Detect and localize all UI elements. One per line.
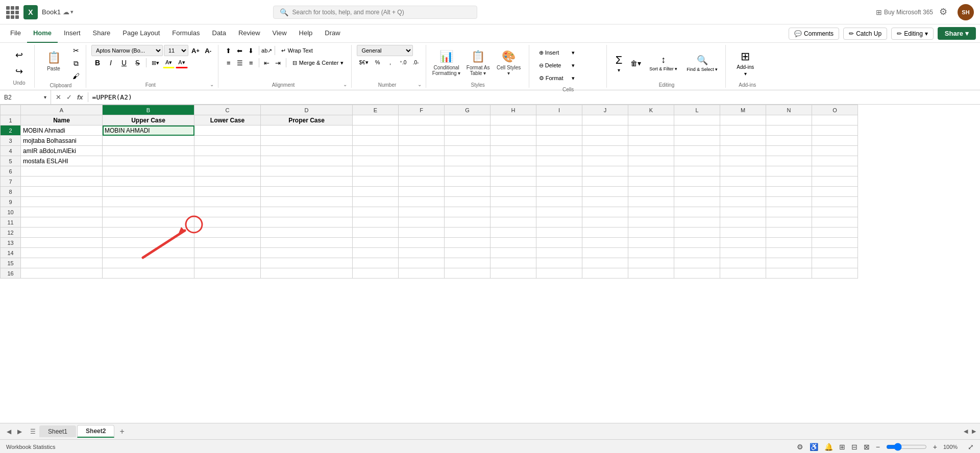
indent-inc-button[interactable]: ⇥ [273, 58, 283, 68]
indent-dec-button[interactable]: ⇤ [262, 58, 272, 68]
cell-D5[interactable] [261, 156, 353, 166]
cell-H1[interactable] [491, 115, 536, 125]
zoom-slider[interactable] [886, 443, 927, 451]
row-header-14[interactable]: 14 [1, 248, 21, 258]
tab-share[interactable]: Share [87, 24, 117, 43]
row-header-12[interactable]: 12 [1, 228, 21, 238]
decrease-font-button[interactable]: A- [203, 45, 214, 56]
bottom-align-button[interactable]: ⬇ [246, 45, 256, 56]
delete-button[interactable]: ⊖ Delete▾ [536, 60, 577, 71]
cell-L4[interactable] [674, 146, 720, 156]
notification-icon[interactable]: 🔔 [824, 443, 833, 451]
waffle-menu[interactable] [6, 6, 18, 18]
cell-G5[interactable] [445, 156, 491, 166]
add-sheet-button[interactable]: + [115, 425, 128, 438]
cell-M4[interactable] [720, 146, 766, 156]
col-header-J[interactable]: J [582, 105, 628, 115]
undo-button[interactable]: ↩ [12, 48, 27, 62]
page-layout-view-icon[interactable]: ⊟ [851, 443, 857, 451]
insert-button[interactable]: ⊕ Insert▾ [536, 47, 577, 58]
normal-view-icon[interactable]: ⊞ [839, 443, 845, 451]
row-header-3[interactable]: 3 [1, 136, 21, 146]
tab-file[interactable]: File [4, 24, 27, 43]
cell-E5[interactable] [353, 156, 399, 166]
col-header-L[interactable]: L [674, 105, 720, 115]
cell-A1[interactable]: Name [21, 115, 103, 125]
cell-J2[interactable] [582, 125, 628, 136]
cell-K5[interactable] [628, 156, 674, 166]
cell-G2[interactable] [445, 125, 491, 136]
title-dropdown-icon[interactable]: ▾ [70, 9, 74, 15]
cell-L3[interactable] [674, 136, 720, 146]
cell-H5[interactable] [491, 156, 536, 166]
find-select-button[interactable]: 🔍 Find & Select ▾ [683, 52, 721, 74]
tab-insert[interactable]: Insert [58, 24, 87, 43]
cell-L5[interactable] [674, 156, 720, 166]
cell-H2[interactable] [491, 125, 536, 136]
alignment-expand-icon[interactable]: ⌄ [343, 82, 347, 87]
conditional-formatting-button[interactable]: 📊 Conditional Formatting ▾ [431, 47, 462, 80]
right-align-button[interactable]: ≡ [246, 58, 256, 68]
row-header-9[interactable]: 9 [1, 197, 21, 207]
col-header-C[interactable]: C [194, 105, 261, 115]
tab-page-layout[interactable]: Page Layout [116, 24, 166, 43]
cell-J4[interactable] [582, 146, 628, 156]
number-expand-icon[interactable]: ⌄ [418, 82, 422, 87]
formula-input[interactable] [88, 93, 980, 101]
addins-button[interactable]: ⊞ Add-ins ▾ [731, 47, 760, 79]
border-button[interactable]: ⊞▾ [149, 57, 162, 68]
formula-cancel-icon[interactable]: ✕ [54, 92, 63, 102]
formula-fx-icon[interactable]: fx [76, 92, 85, 102]
cell-E2[interactable] [353, 125, 399, 136]
col-header-A[interactable]: A [21, 105, 103, 115]
cell-F4[interactable] [399, 146, 445, 156]
cell-M2[interactable] [720, 125, 766, 136]
workbook-stats-label[interactable]: Workbook Statistics [6, 444, 55, 450]
cell-I1[interactable] [536, 115, 582, 125]
cell-C3[interactable] [194, 136, 261, 146]
cell-N1[interactable] [766, 115, 812, 125]
comments-button[interactable]: 💬 Comments [789, 28, 839, 40]
bold-button[interactable]: B [91, 57, 104, 68]
col-header-M[interactable]: M [720, 105, 766, 115]
cell-E4[interactable] [353, 146, 399, 156]
cell-B5[interactable] [103, 156, 194, 166]
format-table-button[interactable]: 📋 Format As Table ▾ [464, 47, 493, 80]
col-header-N[interactable]: N [766, 105, 812, 115]
cell-F5[interactable] [399, 156, 445, 166]
zoom-out-icon[interactable]: − [876, 443, 880, 451]
left-align-button[interactable]: ≡ [224, 58, 234, 68]
cell-A5[interactable]: mostafa ESLAHI [21, 156, 103, 166]
tab-review[interactable]: Review [232, 24, 266, 43]
row-header-4[interactable]: 4 [1, 146, 21, 156]
sheet-tab-sheet1[interactable]: Sheet1 [39, 425, 76, 437]
strikethrough-button[interactable]: S̶ [131, 57, 143, 68]
cut-button[interactable]: ✂ [70, 45, 82, 56]
tab-formulas[interactable]: Formulas [166, 24, 206, 43]
cell-O4[interactable] [812, 146, 858, 156]
cell-J1[interactable] [582, 115, 628, 125]
cell-styles-button[interactable]: 🎨 Cell Styles ▾ [495, 47, 523, 80]
fill-color-button[interactable]: A▾ [163, 57, 175, 68]
cell-O2[interactable] [812, 125, 858, 136]
cell-N5[interactable] [766, 156, 812, 166]
row-header-7[interactable]: 7 [1, 177, 21, 187]
accessibility-icon[interactable]: ♿ [810, 443, 818, 451]
cell-D3[interactable] [261, 136, 353, 146]
cell-L2[interactable] [674, 125, 720, 136]
col-header-O[interactable]: O [812, 105, 858, 115]
corner-header[interactable] [1, 105, 21, 115]
italic-button[interactable]: I [105, 57, 117, 68]
percent-button[interactable]: % [372, 57, 383, 67]
clear-button[interactable]: 🗑▾ [628, 58, 644, 69]
cell-F3[interactable] [399, 136, 445, 146]
row-header-8[interactable]: 8 [1, 187, 21, 197]
cell-N2[interactable] [766, 125, 812, 136]
scroll-right-icon[interactable]: ▶ [972, 428, 976, 435]
cell-B2[interactable]: MOBIN AHMADI [103, 125, 194, 136]
zoom-level-label[interactable]: 100% [943, 444, 962, 450]
col-header-K[interactable]: K [628, 105, 674, 115]
cell-J3[interactable] [582, 136, 628, 146]
sheets-menu-button[interactable]: ☰ [27, 426, 39, 437]
catchup-button[interactable]: ✏ Catch Up [843, 28, 887, 40]
